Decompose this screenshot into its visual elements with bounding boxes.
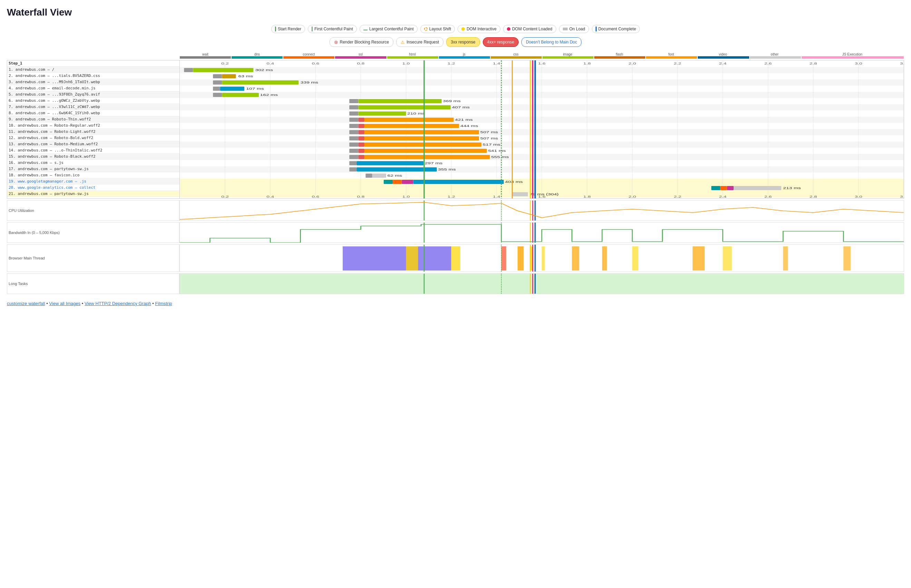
svg-rect-80 [364,118,454,122]
legend-lcp[interactable]: Largest Contentful Paint [360,25,418,33]
svg-text:2.2: 2.2 [674,62,681,66]
svg-rect-125 [512,192,528,196]
legend-insecure[interactable]: ⚠ Insecure Request [396,37,443,47]
view-all-images-link[interactable]: View all Images [49,301,81,306]
svg-text:355 ms: 355 ms [438,168,456,171]
svg-rect-69 [349,99,358,103]
legend-not-main-doc[interactable]: Doesn't Belong to Main Doc [522,37,581,47]
row19-label: 19. www.googletagmanager.com – .js [7,178,179,185]
browser-main-label: Browser Main Thread [7,244,179,272]
svg-text:507 ms: 507 ms [480,131,498,134]
svg-text:2.0: 2.0 [628,195,636,199]
labels-column: Step_1 1. andrewbus.com – / 2. andrewbus… [7,60,180,199]
view-dep-graph-link[interactable]: View HTTP/2 Dependency Graph [84,301,151,306]
svg-text:3.0: 3.0 [855,195,863,199]
legend-layout-shift[interactable]: Layout Shift [420,25,455,33]
row18-label: 18. andrewbus.com – favicon.ico [7,172,179,178]
legend-dom-content-loaded[interactable]: DOM Content Loaded [503,25,556,33]
svg-rect-171 [632,246,638,271]
svg-rect-162 [342,246,451,271]
svg-rect-123 [733,186,781,190]
svg-rect-120 [711,186,720,190]
legend-start-render[interactable]: Start Render [271,25,305,33]
col-flash: flash [594,52,645,56]
svg-rect-100 [364,149,487,153]
svg-rect-72 [349,105,358,109]
legend-render-blocking[interactable]: ⊗ Render Blocking Resource [330,37,394,47]
customize-waterfall-link[interactable]: customize waterfall [7,301,45,306]
row9-label: 9. andrewbus.com – Roboto-Thin.woff2 [7,116,179,123]
svg-text:162 ms: 162 ms [260,93,278,97]
color-bar-html [387,56,438,59]
svg-text:1.6: 1.6 [538,62,546,66]
legend-on-load[interactable]: On Load [559,25,589,33]
svg-rect-173 [723,246,732,271]
svg-text:3.2: 3.2 [900,195,904,199]
row5-label: 5. andrewbus.com – ...93F0Eh_Zqyq76.avif [7,91,179,98]
filmstrip-link[interactable]: Filmstrip [155,301,172,306]
legend-fcp[interactable]: First Contentful Paint [308,25,357,33]
svg-text:0.6: 0.6 [312,62,319,66]
color-bar-js [439,56,490,59]
insecure-icon: ⚠ [401,40,405,45]
column-headers: wait dns connect ssl html js css image f… [179,52,904,56]
svg-rect-102 [349,155,358,159]
column-headers-row: wait dns connect ssl html js css image f… [7,52,904,56]
svg-text:517 ms: 517 ms [483,143,501,147]
legend-row-1: Start Render First Contentful Paint Larg… [7,25,904,33]
lcp-icon [363,30,368,31]
svg-text:2.6: 2.6 [764,195,772,199]
svg-text:3.2: 3.2 [900,62,904,66]
svg-rect-60 [213,81,222,84]
bandwidth-row: Bandwidth In (0 – 5,000 Kbps) [7,222,904,243]
row4-label: 4. andrewbus.com – email-decode.min.js [7,85,179,91]
cpu-label: CPU Utilization [7,200,179,221]
legend-3xx[interactable]: 3xx response [446,37,480,47]
svg-text:297 ms: 297 ms [425,162,443,165]
svg-text:0.4: 0.4 [267,62,274,66]
svg-rect-75 [349,111,358,116]
bandwidth-label: Bandwidth In (0 – 5,000 Kbps) [7,222,179,243]
svg-rect-122 [727,186,733,190]
browser-main-chart [179,244,904,272]
svg-rect-172 [693,246,705,271]
col-css: css [490,52,542,56]
color-bar-ssl [335,56,386,59]
col-image: image [542,52,594,56]
svg-text:1.2: 1.2 [447,195,455,199]
color-bar-font [646,56,697,59]
legend-dom-interactive[interactable]: DOM Interactive [457,25,500,33]
row1-label: 1. andrewbus.com – / [7,66,179,73]
color-bar-connect [283,56,334,59]
color-bar-wait [180,56,231,59]
svg-rect-104 [364,155,490,159]
svg-text:2.4: 2.4 [719,62,727,66]
row12-label: 12. andrewbus.com – Roboto-Bold.woff2 [7,135,179,141]
svg-rect-64 [220,87,244,91]
row6-label: 6. andrewbus.com – ...gOWCz_Z2abVty.webp [7,98,179,104]
legend-row-2: ⊗ Render Blocking Resource ⚠ Insecure Re… [7,37,904,47]
svg-text:555 ms: 555 ms [491,155,509,159]
svg-text:541 ms: 541 ms [488,149,506,153]
svg-text:369 ms: 369 ms [443,99,461,103]
svg-rect-79 [359,118,364,122]
svg-rect-96 [364,142,481,147]
row7-label: 7. andrewbus.com – ...V3wl11C_zCWd7.webp [7,104,179,110]
svg-text:2.2: 2.2 [674,195,681,199]
svg-rect-99 [359,149,364,153]
svg-text:213 ms: 213 ms [783,186,801,190]
svg-text:1.2: 1.2 [447,62,455,66]
dom-interactive-icon [461,27,465,31]
svg-rect-67 [222,93,259,97]
step1-label: Step_1 [7,60,179,66]
legend-4xx[interactable]: 4xx+ response [483,37,518,47]
svg-rect-57 [213,74,222,78]
row3-label: 3. andrewbus.com – ...M9Jnh6_1TaUIt.webp [7,79,179,85]
col-dns: dns [231,52,283,56]
svg-rect-174 [783,246,788,271]
fcp-icon [312,27,313,31]
svg-rect-121 [720,186,727,190]
legend-doc-complete[interactable]: Document Complete [592,25,640,33]
svg-rect-165 [501,246,506,271]
svg-text:507 ms: 507 ms [480,137,498,141]
